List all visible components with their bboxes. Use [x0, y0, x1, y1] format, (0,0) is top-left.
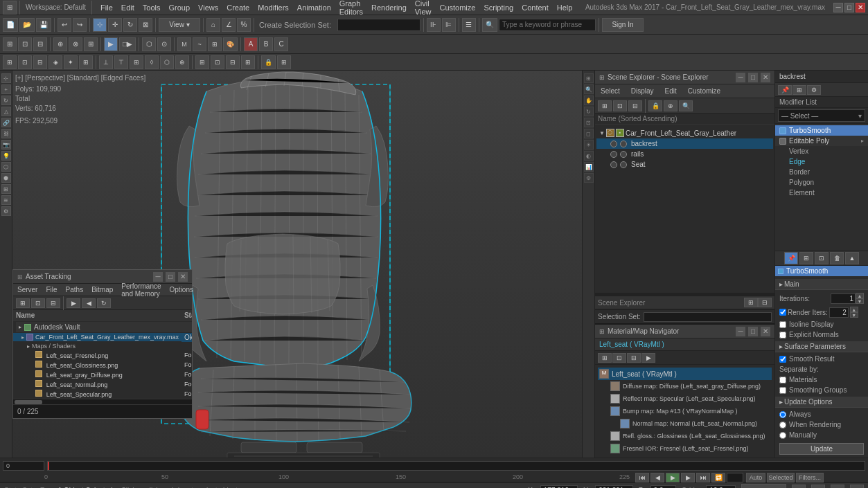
asset-row-fresnel[interactable]: Left_seat_Fresnel.png Found: [13, 350, 192, 360]
menu-edit[interactable]: Edit: [117, 2, 139, 13]
reference-coord-dropdown[interactable]: View ▾: [159, 18, 200, 32]
schema-view[interactable]: ⊞: [208, 37, 222, 51]
asset-tb3[interactable]: ⊟: [46, 298, 60, 308]
mat-item-fresnel[interactable]: Fresnel IOR: Fresnel (Left_seat_Fresnel.…: [598, 442, 772, 455]
vp-field[interactable]: ⊡: [584, 118, 594, 127]
render-region[interactable]: □▶: [119, 37, 136, 51]
tb2-btn3[interactable]: ⊟: [33, 37, 47, 51]
se-item-backrest[interactable]: backrest: [596, 138, 773, 149]
lt-helpers[interactable]: ⊞: [1, 184, 11, 194]
mat-item-specular[interactable]: Reflect map: Specular (Left_seat_Specula…: [598, 392, 772, 405]
asset-close-btn[interactable]: ✕: [178, 272, 188, 282]
menu-file[interactable]: File: [96, 2, 117, 13]
asset-menu-perf[interactable]: Performance and Memory: [118, 282, 163, 298]
modifier-stack[interactable]: TurboSmooth Editable Poly ▸ Vertex Edge …: [775, 124, 868, 251]
save-btn[interactable]: 💾: [36, 18, 51, 32]
asset-menu-opts[interactable]: Options: [167, 286, 196, 293]
mat-item-gloss[interactable]: Refl. gloss.: Glossiness (Left_seat_Glos…: [598, 430, 772, 442]
lt-move[interactable]: +: [1, 84, 11, 94]
vp-pan[interactable]: ✋: [584, 96, 594, 105]
lt-shape[interactable]: ⬢: [1, 173, 11, 183]
menu-animation[interactable]: Animation: [293, 2, 335, 13]
se-item-seat[interactable]: Seat: [596, 159, 773, 170]
tb2-btn2[interactable]: ⊡: [18, 37, 32, 51]
stb-btn1[interactable]: ⊞: [3, 55, 17, 69]
mod-configure[interactable]: ⚙: [807, 85, 821, 95]
mod-sub-polygon[interactable]: Polygon: [775, 177, 868, 188]
modifier-list-area[interactable]: — Select — ▾: [775, 108, 868, 124]
close-button[interactable]: ✕: [856, 3, 865, 12]
mod-copy-btn[interactable]: ⊞: [799, 252, 813, 264]
asset-minimize-btn[interactable]: ─: [153, 272, 163, 282]
mod-show-all[interactable]: ⊞: [792, 85, 806, 95]
move-btn[interactable]: ✛: [108, 18, 122, 32]
asset-tb2[interactable]: ⊡: [31, 298, 45, 308]
viewport-nav-3[interactable]: ⊟: [831, 485, 844, 489]
vp-shade[interactable]: ◐: [584, 151, 594, 161]
ts-iter-spinner[interactable]: ▲ ▼: [856, 293, 864, 304]
color-clipboard[interactable]: 🎨: [223, 37, 238, 51]
vp-stats[interactable]: 📊: [584, 162, 594, 172]
menu-create[interactable]: Create: [222, 2, 254, 13]
mat-nav-minimize[interactable]: ─: [736, 327, 745, 336]
ts-iter-input[interactable]: [831, 293, 856, 304]
stb-btn10[interactable]: ◊: [145, 55, 159, 69]
restore-button[interactable]: □: [844, 3, 854, 12]
mat-nav-content[interactable]: M Left_seat ( VRayMtl ) Diffuse map: Dif…: [595, 365, 774, 458]
ts-update-header[interactable]: ▸ Update Options: [775, 397, 868, 408]
asset-row-diffuse[interactable]: Left_seat_gray_Diffuse.png Found: [13, 370, 192, 379]
play-end[interactable]: ⏭: [696, 473, 710, 482]
asset-row-gloss[interactable]: Left_seat_Glossiness.png Found: [13, 360, 192, 370]
ts-render-down[interactable]: ▼: [850, 312, 858, 318]
menu-help[interactable]: Help: [553, 2, 577, 13]
menu-tools[interactable]: Tools: [139, 2, 165, 13]
ts-surface-header[interactable]: ▸ Surface Parameters: [775, 341, 868, 352]
tb3-extra1[interactable]: ⊞: [277, 55, 291, 69]
mod-delete-btn[interactable]: 🗑: [830, 252, 844, 264]
timeline-current-frame[interactable]: 0: [3, 461, 44, 471]
stb-btn4[interactable]: ◈: [48, 55, 62, 69]
asset-scroll-thumb[interactable]: [15, 400, 42, 404]
mod-move-up-btn[interactable]: ▲: [845, 252, 859, 264]
minimize-button[interactable]: ─: [833, 3, 843, 12]
selection-set-input[interactable]: [337, 19, 420, 31]
menu-modifiers[interactable]: Modifiers: [254, 2, 293, 13]
mod-paste-btn[interactable]: ⊡: [815, 252, 829, 264]
ts-materials-check[interactable]: [779, 377, 786, 383]
ts-rendering-radio[interactable]: [779, 422, 786, 428]
stb-btn14[interactable]: ⊡: [211, 55, 224, 69]
ts-iter-down[interactable]: ▼: [856, 298, 864, 304]
ts-always-radio[interactable]: [779, 411, 786, 418]
modifier-dropdown[interactable]: — Select — ▾: [778, 109, 865, 122]
asset-row-normal[interactable]: Left_seat_Normal.png Found: [13, 379, 192, 389]
asset-group-vault[interactable]: ▸ Autodesk Vault: [13, 321, 192, 334]
se-item-rails[interactable]: rails: [596, 149, 773, 159]
align-btn[interactable]: ⊫: [442, 18, 456, 32]
mod-sub-edge[interactable]: Edge: [775, 156, 868, 167]
asset-row-specular[interactable]: Left_seat_Specular.png Found: [13, 389, 192, 399]
mod-sub-border[interactable]: Border: [775, 167, 868, 177]
mod-editable-poly[interactable]: Editable Poly ▸: [775, 136, 868, 146]
asset-tb5[interactable]: ◀: [82, 298, 96, 308]
se-close-btn[interactable]: ✕: [761, 73, 770, 82]
app-icon[interactable]: ⊞: [3, 1, 17, 15]
stb-btn5[interactable]: ✦: [64, 55, 78, 69]
ts-smoothing-check[interactable]: [779, 387, 786, 394]
rotate-btn[interactable]: ↻: [123, 18, 137, 32]
stb-btn15[interactable]: ⊟: [226, 55, 240, 69]
render-setup[interactable]: ⊞: [84, 37, 98, 51]
se-search-btn[interactable]: 🔍: [679, 100, 693, 111]
loop-btn[interactable]: 🔁: [711, 473, 725, 482]
lt-scale[interactable]: △: [1, 107, 11, 116]
stb-btn16[interactable]: ⊞: [241, 55, 255, 69]
play-back[interactable]: ⏮: [635, 473, 649, 482]
mod-sub-vertex[interactable]: Vertex: [775, 146, 868, 156]
asset-menu-bitmap[interactable]: Bitmap: [89, 286, 116, 293]
stb-btn8[interactable]: ⊤: [114, 55, 128, 69]
mat-item-root[interactable]: M Left_seat ( VRayMtl ): [598, 368, 772, 380]
lt-link[interactable]: 🔗: [1, 118, 11, 127]
lt-light[interactable]: 💡: [1, 151, 11, 161]
lt-system[interactable]: ⚙: [1, 206, 11, 216]
se-menu-customize[interactable]: Customize: [685, 87, 723, 95]
mat-editor[interactable]: M: [177, 37, 191, 51]
